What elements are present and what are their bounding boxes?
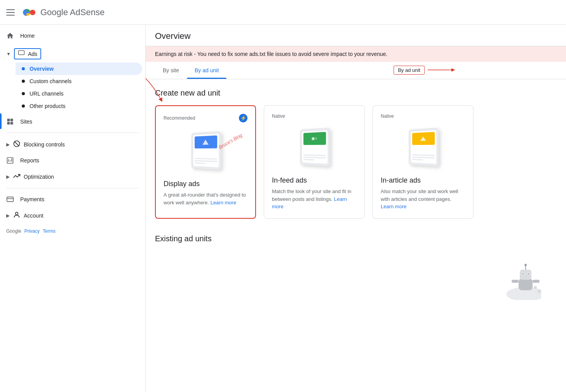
- in-feed-desc: Match the look of your site and fit in b…: [272, 188, 357, 211]
- in-feed-learn-more[interactable]: Learn more: [272, 196, 347, 210]
- article-line-1: [412, 154, 435, 156]
- account-label: Account: [24, 213, 44, 219]
- ad-block-green: [303, 132, 326, 145]
- mascot-area: [155, 249, 557, 308]
- svg-point-33: [537, 289, 541, 293]
- svg-rect-13: [7, 197, 14, 202]
- sidebar-item-ads[interactable]: ▼ Ads: [0, 45, 145, 63]
- optimization-icon: [13, 172, 21, 181]
- feed-line-2: [303, 157, 326, 159]
- account-icon: [13, 211, 21, 220]
- existing-section-title: Existing ad units: [155, 234, 557, 243]
- tab-by-ad-unit[interactable]: By ad unit: [187, 62, 226, 79]
- svg-marker-16: [202, 139, 208, 145]
- footer-terms-link[interactable]: Terms: [43, 228, 56, 234]
- svg-rect-22: [519, 279, 533, 290]
- ads-icon: [18, 50, 25, 58]
- active-indicator: [0, 113, 2, 129]
- sidebar-item-sites[interactable]: Sites: [0, 114, 142, 129]
- tabs-bar: By site By ad unit: [146, 62, 566, 79]
- svg-point-32: [534, 286, 537, 289]
- custom-channels-dot: [22, 80, 25, 83]
- svg-point-1: [30, 10, 35, 15]
- sidebar-item-other-products[interactable]: Other products: [16, 100, 142, 112]
- ads-section: ▼ Ads Overview Custom channels: [0, 45, 145, 112]
- sidebar-item-payments[interactable]: Payments: [0, 192, 142, 207]
- display-ads-title: Display ads: [164, 180, 247, 188]
- svg-rect-6: [10, 122, 13, 125]
- svg-point-27: [528, 273, 529, 274]
- content-area: Overview Earnings at risk - You need to …: [146, 25, 566, 392]
- phone-feed-body: [300, 127, 330, 166]
- optimization-label: Optimization: [24, 174, 54, 180]
- sidebar-item-custom-channels[interactable]: Custom channels: [16, 75, 142, 87]
- phone-body: [191, 131, 221, 170]
- feed-line-3: [303, 159, 314, 160]
- other-products-dot: [22, 105, 25, 108]
- sidebar-footer: Google Privacy Terms: [0, 224, 145, 239]
- overview-dot: [22, 67, 25, 70]
- ads-label-box: Ads: [14, 48, 41, 59]
- account-expand-icon: ▶: [6, 213, 10, 218]
- phone-article-illus: [402, 127, 444, 166]
- payments-label: Payments: [20, 196, 44, 202]
- robot-mascot-icon: [495, 257, 541, 300]
- in-article-title: In-article ads: [381, 176, 465, 185]
- warning-banner: Earnings at risk - You need to fix some …: [146, 46, 566, 62]
- in-feed-ads-card[interactable]: Native: [264, 105, 365, 219]
- sidebar-item-account[interactable]: ▶ Account: [0, 207, 145, 224]
- url-channels-dot: [22, 92, 25, 95]
- phone-feed-screen: [302, 130, 328, 164]
- blocking-icon: [13, 140, 21, 149]
- sidebar-item-overview[interactable]: Overview: [16, 63, 142, 75]
- page-header: Overview: [146, 25, 566, 46]
- sidebar: Home ▼ Ads Overview: [0, 25, 146, 392]
- other-products-label: Other products: [30, 103, 66, 109]
- sub-items: Overview Custom channels URL channels Ot…: [0, 63, 145, 112]
- ads-label: Ads: [28, 51, 37, 57]
- page-title: Overview: [155, 31, 557, 46]
- footer-privacy-link[interactable]: Privacy: [24, 228, 40, 234]
- ad-block-yellow: [412, 132, 435, 145]
- url-channels-label: URL channels: [30, 91, 63, 97]
- phone-article-screen: [411, 130, 437, 164]
- tabs-wrapper: By site By ad unit By ad unit: [146, 62, 566, 79]
- tab-by-site[interactable]: By site: [155, 62, 187, 79]
- phone-lines: [195, 158, 217, 166]
- in-article-ads-card[interactable]: Native: [373, 105, 474, 219]
- divider-1: [6, 132, 139, 133]
- display-ads-learn-more[interactable]: Learn more: [211, 200, 236, 206]
- svg-rect-3: [7, 119, 10, 122]
- sidebar-item-optimization[interactable]: ▶ Optimization: [0, 168, 145, 185]
- sidebar-item-reports[interactable]: Reports: [0, 153, 142, 168]
- display-ads-badge: Recommended ⚡: [164, 114, 247, 122]
- phone-article-lines: [412, 154, 435, 162]
- cards-annotation-wrapper: Recommended ⚡: [155, 105, 557, 219]
- sidebar-item-url-channels[interactable]: URL channels: [16, 87, 142, 100]
- svg-line-8: [14, 141, 19, 146]
- divider-2: [6, 188, 139, 188]
- lightning-icon: ⚡: [239, 114, 247, 122]
- in-article-badge: Native: [381, 113, 465, 119]
- svg-point-26: [522, 273, 524, 274]
- warning-text: Earnings at risk - You need to fix some …: [155, 51, 387, 57]
- feed-line-1: [303, 154, 326, 156]
- blocking-expand-icon: ▶: [6, 142, 10, 147]
- display-ads-desc: A great all-rounder that's designed to w…: [164, 191, 247, 206]
- reports-icon: [6, 157, 14, 164]
- svg-point-17: [312, 137, 315, 140]
- sidebar-item-home[interactable]: Home: [0, 28, 142, 44]
- in-article-learn-more[interactable]: Learn more: [381, 204, 406, 209]
- phone-feed-lines: [303, 154, 326, 162]
- create-section-title: Create new ad unit: [155, 89, 557, 98]
- phone-feed-illus: [293, 127, 336, 166]
- sidebar-item-blocking-controls[interactable]: ▶ Blocking controls: [0, 136, 145, 153]
- footer-brand: Google: [6, 228, 21, 234]
- in-feed-badge: Native: [272, 113, 357, 119]
- phone-line-3: [195, 162, 206, 164]
- sites-icon: [6, 118, 14, 125]
- menu-button[interactable]: [6, 8, 16, 17]
- svg-point-15: [16, 212, 18, 215]
- home-icon: [6, 32, 14, 40]
- display-ads-card[interactable]: Recommended ⚡: [155, 105, 256, 219]
